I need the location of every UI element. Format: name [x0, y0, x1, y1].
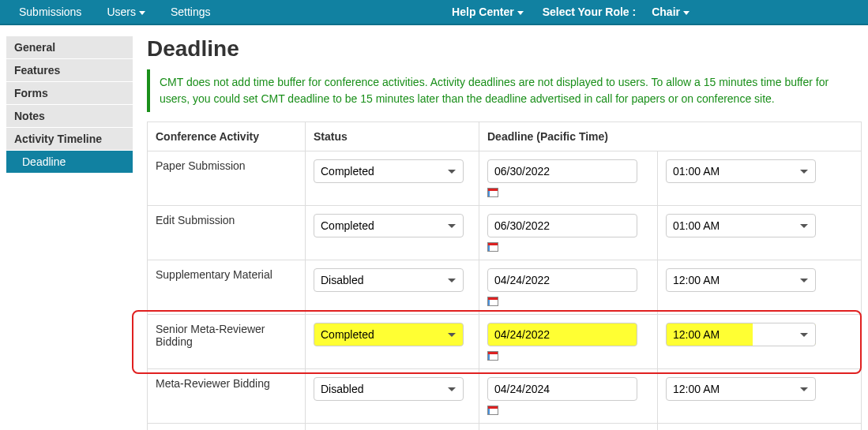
time-select[interactable]: 01:00 AM — [666, 214, 816, 237]
status-cell: CompletedDisabled — [306, 206, 479, 260]
th-status: Status — [306, 122, 479, 151]
deadline-table: Conference Activity Status Deadline (Pac… — [147, 122, 862, 430]
status-select[interactable]: CompletedDisabled — [314, 323, 464, 346]
page-title: Deadline — [147, 36, 862, 62]
role-selector[interactable]: Chair — [644, 1, 697, 23]
status-cell: CompletedDisabled — [306, 151, 479, 206]
time-select[interactable]: 12:00 AM — [666, 268, 816, 292]
caret-down-icon — [683, 11, 690, 15]
activity-cell: Supplementary Material — [148, 260, 306, 315]
role-value: Chair — [652, 6, 680, 18]
time-cell: 01:00 AM — [658, 151, 862, 206]
time-cell: 12:00 AM — [658, 369, 862, 424]
date-cell — [479, 424, 658, 431]
status-select[interactable]: CompletedDisabled — [314, 268, 464, 292]
calendar-icon[interactable] — [487, 351, 498, 361]
side-activity-timeline-label: Activity Timeline — [14, 133, 102, 145]
side-features-label: Features — [14, 64, 60, 77]
calendar-icon[interactable] — [487, 406, 498, 415]
date-cell — [479, 260, 658, 315]
side-forms-label: Forms — [14, 87, 48, 99]
time-select[interactable]: 12:00 AM — [666, 377, 816, 401]
nav-users[interactable]: Users — [96, 1, 156, 23]
activity-cell: Paper Submission — [148, 151, 306, 206]
status-select[interactable]: CompletedDisabled — [314, 377, 464, 401]
status-select[interactable]: CompletedDisabled — [314, 214, 464, 237]
activity-cell: Senior Meta-Reviewer Bidding — [148, 315, 306, 369]
side-deadline[interactable]: Deadline — [6, 151, 133, 173]
side-notes[interactable]: Notes — [6, 105, 133, 128]
help-center-label: Help Center — [452, 6, 514, 18]
table-row: Supplementary MaterialCompletedDisabled1… — [148, 260, 862, 315]
time-cell: 12:00 AM — [658, 315, 862, 369]
time-cell: 01:00 AM — [658, 206, 862, 260]
caret-down-icon — [517, 11, 524, 15]
activity-cell: Edit Submission — [148, 206, 306, 260]
time-cell: 06:00 PM — [658, 424, 862, 431]
activity-cell: Reviewer Bidding — [148, 424, 306, 431]
date-cell — [479, 315, 658, 369]
status-cell: CompletedDisabled — [306, 315, 479, 369]
role-label: Select Your Role : — [539, 1, 640, 23]
table-row: Senior Meta-Reviewer BiddingCompletedDis… — [148, 315, 862, 369]
status-select[interactable]: CompletedDisabled — [314, 159, 464, 183]
caret-down-icon — [139, 11, 145, 15]
side-notes-label: Notes — [14, 110, 45, 122]
side-deadline-label: Deadline — [22, 155, 66, 168]
th-deadline: Deadline (Pacific Time) — [479, 122, 862, 151]
help-center-link[interactable]: Help Center — [441, 1, 535, 23]
side-features[interactable]: Features — [6, 59, 133, 82]
topnav: Submissions Users Settings Help Center S… — [0, 0, 868, 25]
activity-cell: Meta-Reviewer Bidding — [148, 369, 306, 424]
topnav-right: Help Center Select Your Role : Chair — [441, 1, 860, 23]
calendar-icon[interactable] — [487, 242, 498, 252]
side-general[interactable]: General — [6, 36, 133, 59]
side-forms[interactable]: Forms — [6, 82, 133, 105]
sidebar: General Features Forms Notes Activity Ti… — [6, 36, 133, 430]
nav-users-label: Users — [107, 6, 136, 18]
calendar-icon[interactable] — [487, 188, 498, 197]
time-select[interactable]: 12:00 AM — [666, 323, 816, 346]
side-general-label: General — [14, 41, 55, 54]
date-cell — [479, 151, 658, 206]
date-input[interactable] — [487, 214, 637, 237]
date-cell — [479, 369, 658, 424]
side-activity-timeline[interactable]: Activity Timeline — [6, 128, 133, 151]
table-row: Reviewer BiddingCompletedDisabled06:00 P… — [148, 424, 862, 431]
th-activity: Conference Activity — [148, 122, 306, 151]
date-cell — [479, 206, 658, 260]
nav-settings-label: Settings — [171, 6, 211, 18]
nav-settings[interactable]: Settings — [160, 1, 222, 23]
status-cell: CompletedDisabled — [306, 424, 479, 431]
info-alert: CMT does not add time buffer for confere… — [147, 69, 862, 112]
topnav-left: Submissions Users Settings — [8, 1, 222, 23]
status-cell: CompletedDisabled — [306, 260, 479, 315]
date-input[interactable] — [487, 377, 637, 401]
nav-submissions[interactable]: Submissions — [8, 1, 92, 23]
nav-submissions-label: Submissions — [19, 6, 81, 18]
table-row: Paper SubmissionCompletedDisabled01:00 A… — [148, 151, 862, 206]
main: Deadline CMT does not add time buffer fo… — [147, 36, 862, 430]
date-input[interactable] — [487, 159, 637, 183]
date-input[interactable] — [487, 323, 637, 346]
status-cell: CompletedDisabled — [306, 369, 479, 424]
time-cell: 12:00 AM — [658, 260, 862, 315]
table-row: Edit SubmissionCompletedDisabled01:00 AM — [148, 206, 862, 260]
time-select[interactable]: 01:00 AM — [666, 159, 816, 183]
date-input[interactable] — [487, 268, 637, 292]
table-row: Meta-Reviewer BiddingCompletedDisabled12… — [148, 369, 862, 424]
calendar-icon[interactable] — [487, 297, 498, 306]
